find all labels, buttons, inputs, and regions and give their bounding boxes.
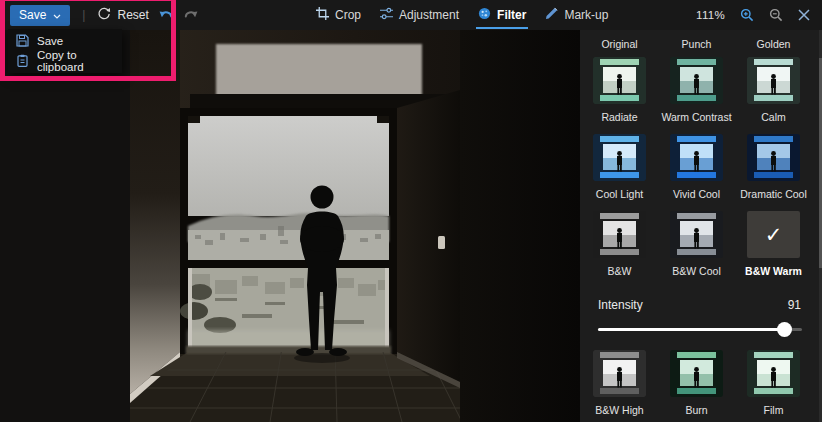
filter-thumbnail-selected[interactable]: ✓ (747, 211, 800, 258)
filter-thumbnail[interactable] (747, 134, 800, 181)
filter-thumbnail[interactable] (593, 134, 646, 181)
filter-option[interactable]: B&W High (593, 350, 646, 417)
filter-thumbnail[interactable] (747, 350, 800, 397)
slider-thumb[interactable] (777, 322, 792, 337)
filter-row-4: B&W HighBurnFilm (593, 350, 800, 417)
toolbar-right-group: 111% (696, 0, 810, 30)
filter-thumbnail[interactable] (670, 350, 723, 397)
zoom-in-icon[interactable] (740, 8, 754, 22)
photo-canvas (0, 30, 580, 422)
clipboard-icon (16, 54, 29, 69)
filter-label: B&W High (595, 404, 643, 417)
edited-photo (130, 30, 580, 422)
filter-option[interactable]: Film (747, 350, 800, 417)
filter-option[interactable]: B&W Cool (670, 211, 723, 278)
reset-icon (97, 7, 111, 24)
filter-thumbnail[interactable] (670, 134, 723, 181)
partial-filter-labels-row: Original Punch Golden (593, 38, 800, 52)
filter-label: B&W Warm (745, 265, 802, 278)
filter-thumbnail[interactable] (593, 350, 646, 397)
save-button-label: Save (19, 8, 46, 22)
reset-button[interactable]: Reset (97, 7, 148, 24)
editor-tabs: Crop Adjustment Filter Mark-up (316, 0, 608, 30)
filter-thumbnail[interactable] (747, 57, 800, 104)
filter-panel: Original Punch Golden RadiateWarm Contra… (580, 30, 822, 422)
zoom-out-icon[interactable] (769, 8, 783, 22)
markup-icon (545, 7, 558, 23)
filter-option[interactable]: ✓B&W Warm (747, 211, 800, 278)
filter-option[interactable]: B&W (593, 211, 646, 278)
intensity-slider[interactable] (598, 322, 802, 337)
filter-label: Original (601, 38, 637, 51)
menu-item-copy-label: Copy to clipboard (37, 49, 114, 73)
tab-adjustment-label: Adjustment (399, 8, 459, 22)
slider-fill (598, 328, 784, 331)
tab-crop[interactable]: Crop (316, 0, 361, 30)
tab-crop-label: Crop (335, 8, 361, 22)
adjustment-icon (380, 7, 393, 23)
intensity-label: Intensity (598, 298, 643, 312)
filter-thumbnail[interactable] (670, 57, 723, 104)
filter-option-golden[interactable]: Golden (747, 38, 800, 52)
editor-toolbar: Save | Reset (0, 0, 822, 30)
filter-label: Golden (757, 38, 791, 51)
tab-adjustment[interactable]: Adjustment (380, 0, 459, 30)
filter-row-1: RadiateWarm ContrastCalm (593, 57, 800, 124)
filter-row-3: B&WB&W Cool✓B&W Warm (593, 211, 800, 278)
filter-option-punch[interactable]: Punch (670, 38, 723, 52)
tab-markup-label: Mark-up (564, 8, 608, 22)
filter-label: Punch (682, 38, 712, 51)
zoom-level: 111% (696, 9, 725, 21)
save-split-button[interactable]: Save (10, 5, 70, 26)
filter-option[interactable]: Radiate (593, 57, 646, 124)
toolbar-divider: | (82, 8, 85, 22)
checkmark-icon: ✓ (765, 223, 783, 247)
menu-item-save[interactable]: Save (8, 31, 122, 51)
menu-item-copy-to-clipboard[interactable]: Copy to clipboard (8, 51, 122, 71)
filter-option-original[interactable]: Original (593, 38, 646, 52)
tab-markup[interactable]: Mark-up (545, 0, 608, 30)
tab-filter[interactable]: Filter (478, 0, 526, 30)
filter-thumbnail[interactable] (593, 211, 646, 258)
filter-label: Dramatic Cool (740, 188, 807, 201)
filter-label: Film (764, 404, 784, 417)
filter-option[interactable]: Vivid Cool (670, 134, 723, 201)
filter-option[interactable]: Cool Light (593, 134, 646, 201)
filter-label: Radiate (601, 111, 637, 124)
tab-filter-label: Filter (497, 8, 526, 22)
filter-row-2: Cool LightVivid CoolDramatic Cool (593, 134, 800, 201)
save-icon (16, 34, 29, 49)
close-icon[interactable] (798, 9, 810, 21)
filter-label: Cool Light (596, 188, 643, 201)
filter-label: Warm Contrast (661, 111, 731, 124)
intensity-value: 91 (788, 298, 801, 312)
filter-label: Vivid Cool (673, 188, 720, 201)
filter-option[interactable]: Burn (670, 350, 723, 417)
menu-item-save-label: Save (37, 35, 63, 47)
intensity-section: Intensity 91 (598, 298, 801, 312)
filter-label: B&W (608, 265, 632, 278)
filter-label: B&W Cool (672, 265, 720, 278)
filter-label: Burn (685, 404, 707, 417)
filter-option[interactable]: Warm Contrast (670, 57, 723, 124)
redo-icon[interactable] (183, 8, 199, 22)
chevron-down-icon (53, 8, 61, 22)
filter-thumbnail[interactable] (670, 211, 723, 258)
toolbar-left-group: Save | Reset (10, 0, 199, 30)
filter-icon (478, 7, 491, 23)
filter-option[interactable]: Calm (747, 57, 800, 124)
crop-icon (316, 7, 329, 23)
filter-label: Calm (761, 111, 786, 124)
undo-icon[interactable] (158, 8, 174, 22)
filter-option[interactable]: Dramatic Cool (747, 134, 800, 201)
reset-button-label: Reset (117, 8, 148, 22)
save-dropdown-menu: Save Copy to clipboard (8, 29, 122, 73)
photos-editor-window: Save | Reset (0, 0, 822, 422)
filter-thumbnail[interactable] (593, 57, 646, 104)
